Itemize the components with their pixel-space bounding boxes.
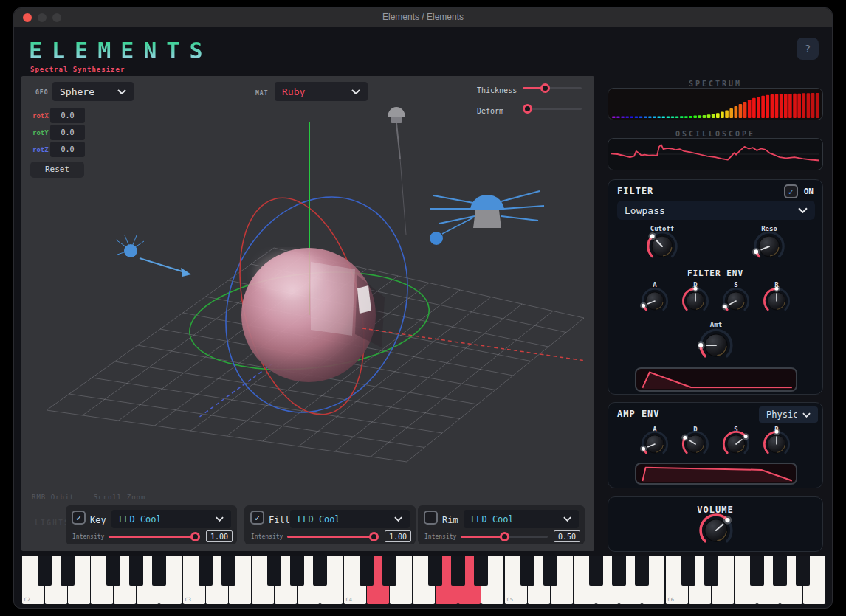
fill-light-checkbox[interactable]: ✓ [250,511,264,525]
filter-type-dropdown[interactable]: Lowpass [617,201,815,220]
key-intensity-value[interactable]: 1.00 [206,530,233,542]
amp-env-panel: AMP ENV Physical A D S R [608,402,823,488]
mat-label: MAT [255,90,268,97]
black-key[interactable] [382,556,396,586]
fill-light-preset-dropdown[interactable]: LED Cool [290,510,410,528]
rotz-label: rotZ [32,146,49,153]
app-window: Elements / Elements ELEMENTS Spectral Sy… [13,7,833,609]
x-axis-line [362,328,585,361]
filter-amt-knob[interactable] [698,327,735,367]
thickness-label: Thickness [477,86,523,94]
black-key[interactable] [635,556,649,586]
material-dropdown[interactable]: Ruby [275,82,368,101]
black-key[interactable] [61,556,75,586]
key-label: C4 [346,597,352,603]
black-key[interactable] [681,556,695,586]
thickness-slider[interactable] [523,83,582,93]
key-light-checkbox[interactable]: ✓ [72,511,86,525]
black-key[interactable] [589,556,603,586]
filter-panel: FILTER ✓ ON Lowpass Cutoff Reso FILTER E… [608,179,823,395]
piano-keyboard: C2C3C4C5C6 [21,556,826,604]
black-key[interactable] [221,556,235,586]
app-subtitle: Spectral Synthesizer [30,66,125,73]
rim-intensity-value[interactable]: 0.50 [554,530,580,542]
key-intensity-label: Intensity [72,533,104,540]
roty-field[interactable]: 0.0 [50,125,85,140]
volume-knob[interactable] [698,512,735,552]
filter-on-checkbox[interactable]: ✓ [784,184,798,198]
amp-mode-dropdown[interactable]: Physical [759,406,818,423]
black-key[interactable] [199,556,213,586]
material-value: Ruby [282,86,345,97]
rotz-field[interactable]: 0.0 [50,142,85,157]
amp-env-title: AMP ENV [617,409,660,419]
amp-decay-knob[interactable] [681,429,710,462]
key-label: C5 [507,597,513,603]
viewport-panel: GEO Sphere MAT Ruby Thickness Deform rot… [21,76,594,551]
volume-panel: VOLUME [608,496,823,552]
rim-light-checkbox[interactable]: ✓ [424,511,438,525]
black-key[interactable] [267,556,281,586]
fill-light-card: ✓ Fill LED Cool Intensity 1.00 [244,505,416,544]
geo-label: GEO [35,89,48,96]
fill-intensity-value[interactable]: 1.00 [385,530,411,542]
oscilloscope-display [608,138,823,170]
black-key[interactable] [106,556,120,586]
filter-decay-knob[interactable] [681,286,710,319]
black-key[interactable] [313,556,327,586]
amp-release-knob[interactable] [762,429,791,462]
filter-env-title: FILTER ENV [608,269,822,278]
sphere-soft-highlight [255,252,323,296]
black-key[interactable] [474,556,488,586]
amp-attack-knob[interactable] [640,429,670,462]
chevron-down-icon [394,516,402,522]
black-key[interactable] [360,556,374,586]
key-light-preset-dropdown[interactable]: LED Cool [111,510,231,528]
key-light-gizmo[interactable] [116,235,191,277]
black-key[interactable] [38,556,52,586]
geometry-dropdown[interactable]: Sphere [52,82,134,101]
key-label: C2 [24,597,30,603]
black-key[interactable] [750,556,764,586]
black-key[interactable] [612,556,626,586]
black-key[interactable] [520,556,534,586]
black-key[interactable] [773,556,787,586]
black-key[interactable] [796,556,810,586]
viewport-3d-scene[interactable] [21,76,594,551]
geometry-value: Sphere [60,86,111,97]
right-panel: SPECTRUM OSCILLOSCOPE FILTER ✓ ON Lowpas… [608,76,823,553]
black-key[interactable] [428,556,442,586]
deform-slider[interactable] [523,104,582,114]
filter-attack-knob[interactable] [640,286,670,319]
rim-light-preset-dropdown[interactable]: LED Cool [464,510,579,528]
rotx-field[interactable]: 0.0 [50,108,85,123]
key-intensity-slider[interactable] [109,532,200,541]
key-light-label: Key [90,515,106,525]
cutoff-knob[interactable] [645,229,679,266]
fill-intensity-slider[interactable] [287,532,379,541]
lamp-gizmo[interactable] [388,107,406,235]
chevron-down-icon [351,89,360,94]
rim-intensity-slider[interactable] [461,532,548,541]
fill-light-gizmo[interactable] [430,191,544,245]
viewport-hints: RMB OrbitScroll Zoom [32,494,165,501]
spectrum-display [608,88,823,120]
deform-label: Deform [477,107,523,115]
filter-release-knob[interactable] [762,286,791,319]
reso-knob[interactable] [752,229,786,266]
window-title: Elements / Elements [14,12,832,22]
black-key[interactable] [451,556,465,586]
rim-intensity-label: Intensity [424,533,456,540]
black-key[interactable] [152,556,166,586]
help-button[interactable]: ? [797,38,819,60]
reset-rotation-button[interactable]: Reset [30,162,84,178]
filter-on-label: ON [804,187,814,196]
key-light-card: ✓ Key LED Cool Intensity 1.00 [66,505,237,544]
black-key[interactable] [543,556,557,586]
black-key[interactable] [129,556,143,586]
amp-sustain-knob[interactable] [721,429,751,462]
filter-sustain-knob[interactable] [721,286,751,319]
chevron-down-icon [798,207,808,213]
black-key[interactable] [290,556,304,586]
black-key[interactable] [704,556,718,586]
